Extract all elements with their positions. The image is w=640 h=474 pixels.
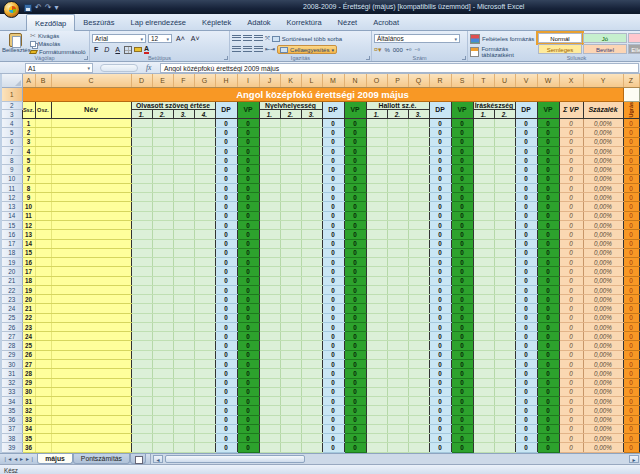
- cell-vp-2-r4[interactable]: 0: [451, 146, 473, 155]
- cell-score-2-1-r34[interactable]: [387, 424, 408, 433]
- cell-ssz-10[interactable]: 10: [22, 202, 35, 211]
- header-dp-0[interactable]: DP: [215, 101, 237, 119]
- font-size-combo[interactable]: 12▾: [148, 34, 172, 43]
- cell-dp-2-r27[interactable]: 0: [429, 360, 451, 369]
- cell-score-1-2-r13[interactable]: [301, 230, 322, 239]
- cell-vp-0-r24[interactable]: 0: [237, 332, 259, 341]
- cell-vp-1-r4[interactable]: 0: [344, 146, 366, 155]
- cell-score-2-0-r19[interactable]: [366, 285, 387, 294]
- cell-dp-1-r26[interactable]: 0: [322, 350, 344, 359]
- cell-vp-0-r32[interactable]: 0: [237, 406, 259, 415]
- cell-vp-3-r31[interactable]: 0: [537, 397, 559, 406]
- cell-vp-1-r8[interactable]: 0: [344, 183, 366, 192]
- cell-vp-0-r6[interactable]: 0: [237, 165, 259, 174]
- column-header-F[interactable]: F: [173, 74, 194, 87]
- cell-sum-vp-r20[interactable]: 0: [559, 295, 583, 304]
- cell-score-1-2-r26[interactable]: [301, 350, 322, 359]
- cell-score-1-0-r26[interactable]: [259, 350, 280, 359]
- cell-score-2-1-r19[interactable]: [387, 285, 408, 294]
- cell-score-0-1-r9[interactable]: [152, 193, 173, 202]
- cell-score-1-1-r15[interactable]: [280, 248, 301, 257]
- cell-osz-3[interactable]: [35, 137, 51, 146]
- cell-ssz-5[interactable]: 5: [22, 156, 35, 165]
- cell-score-0-1-r14[interactable]: [152, 239, 173, 248]
- cell-score-1-1-r17[interactable]: [280, 267, 301, 276]
- cell-dp-2-r35[interactable]: 0: [429, 434, 451, 443]
- cell-dp-3-r20[interactable]: 0: [515, 295, 537, 304]
- cell-score-1-1-r10[interactable]: [280, 202, 301, 211]
- cell-percent-r23[interactable]: 0,00%: [583, 322, 623, 331]
- cell-dp-1-r34[interactable]: 0: [322, 424, 344, 433]
- cell-score-0-2-r28[interactable]: [173, 369, 194, 378]
- cell-vp-3-r1[interactable]: 0: [537, 119, 559, 128]
- cell-score-3-0-r13[interactable]: [473, 230, 494, 239]
- cell-osz-17[interactable]: [35, 267, 51, 276]
- cell-vp-2-r20[interactable]: 0: [451, 295, 473, 304]
- cell-vp-2-r18[interactable]: 0: [451, 276, 473, 285]
- cell-ssz-7[interactable]: 7: [22, 174, 35, 183]
- cell-score-2-0-r25[interactable]: [366, 341, 387, 350]
- cell-score-2-2-r36[interactable]: [408, 443, 429, 452]
- cell-dp-2-r11[interactable]: 0: [429, 211, 451, 220]
- cell-score-2-1-r10[interactable]: [387, 202, 408, 211]
- cell-score-2-0-r11[interactable]: [366, 211, 387, 220]
- align-middle-icon[interactable]: [243, 35, 252, 42]
- cell-sum-vp-r22[interactable]: 0: [559, 313, 583, 322]
- cell-score-3-0-r27[interactable]: [473, 360, 494, 369]
- cell-score-2-1-r9[interactable]: [387, 193, 408, 202]
- cell-vp-1-r23[interactable]: 0: [344, 322, 366, 331]
- cell-score-0-3-r12[interactable]: [194, 221, 215, 230]
- cell-score-3-1-r36[interactable]: [494, 443, 515, 452]
- cell-score-1-0-r31[interactable]: [259, 397, 280, 406]
- cell-nev-16[interactable]: [51, 258, 131, 267]
- cell-vp-2-r26[interactable]: 0: [451, 350, 473, 359]
- cell-vp-2-r7[interactable]: 0: [451, 174, 473, 183]
- cell-score-2-2-r15[interactable]: [408, 248, 429, 257]
- cell-sum-vp-r7[interactable]: 0: [559, 174, 583, 183]
- cell-score-2-0-r7[interactable]: [366, 174, 387, 183]
- cell-ssz-17[interactable]: 17: [22, 267, 35, 276]
- cell-score-0-3-r24[interactable]: [194, 332, 215, 341]
- cell-jump-r28[interactable]: 0: [623, 369, 639, 378]
- cell-score-1-2-r4[interactable]: [301, 146, 322, 155]
- cell-score-1-1-r27[interactable]: [280, 360, 301, 369]
- cell-score-0-2-r34[interactable]: [173, 424, 194, 433]
- cell-score-0-1-r7[interactable]: [152, 174, 173, 183]
- cell-score-2-0-r2[interactable]: [366, 128, 387, 137]
- align-bottom-icon[interactable]: [254, 35, 263, 42]
- cell-score-3-1-r11[interactable]: [494, 211, 515, 220]
- cell-vp-0-r15[interactable]: 0: [237, 248, 259, 257]
- cell-score-1-2-r8[interactable]: [301, 183, 322, 192]
- cell-score-3-1-r12[interactable]: [494, 221, 515, 230]
- cell-score-3-0-r25[interactable]: [473, 341, 494, 350]
- cell-nev-11[interactable]: [51, 211, 131, 220]
- column-header-U[interactable]: U: [494, 74, 515, 87]
- cell-vp-0-r8[interactable]: 0: [237, 183, 259, 192]
- cell-dp-1-r30[interactable]: 0: [322, 387, 344, 396]
- cell-sum-vp-r31[interactable]: 0: [559, 397, 583, 406]
- header-osz[interactable]: Osz.: [35, 101, 51, 119]
- cell-jump-r32[interactable]: 0: [623, 406, 639, 415]
- cell-dp-2-r4[interactable]: 0: [429, 146, 451, 155]
- cell-style-ellenőrzőcella[interactable]: Ellenőrzőcella: [628, 44, 640, 54]
- cell-score-0-1-r26[interactable]: [152, 350, 173, 359]
- cell-vp-1-r6[interactable]: 0: [344, 165, 366, 174]
- cell-ssz-21[interactable]: 21: [22, 304, 35, 313]
- cell-nev-7[interactable]: [51, 174, 131, 183]
- cell-dp-2-r16[interactable]: 0: [429, 258, 451, 267]
- cell-score-0-2-r36[interactable]: [173, 443, 194, 452]
- cell-score-1-0-r1[interactable]: [259, 119, 280, 128]
- cell-score-1-0-r28[interactable]: [259, 369, 280, 378]
- cell-score-2-0-r18[interactable]: [366, 276, 387, 285]
- cell-sum-vp-r23[interactable]: 0: [559, 322, 583, 331]
- cell-score-2-0-r29[interactable]: [366, 378, 387, 387]
- cell-score-0-3-r10[interactable]: [194, 202, 215, 211]
- cell-score-1-2-r20[interactable]: [301, 295, 322, 304]
- cell-sum-vp-r6[interactable]: 0: [559, 165, 583, 174]
- cell-vp-3-r20[interactable]: 0: [537, 295, 559, 304]
- cut-button[interactable]: ✂Kivágás: [30, 32, 87, 40]
- cell-vp-2-r5[interactable]: 0: [451, 156, 473, 165]
- cell-score-2-2-r18[interactable]: [408, 276, 429, 285]
- cell-score-1-2-r25[interactable]: [301, 341, 322, 350]
- row-header-22[interactable]: 22: [2, 285, 22, 294]
